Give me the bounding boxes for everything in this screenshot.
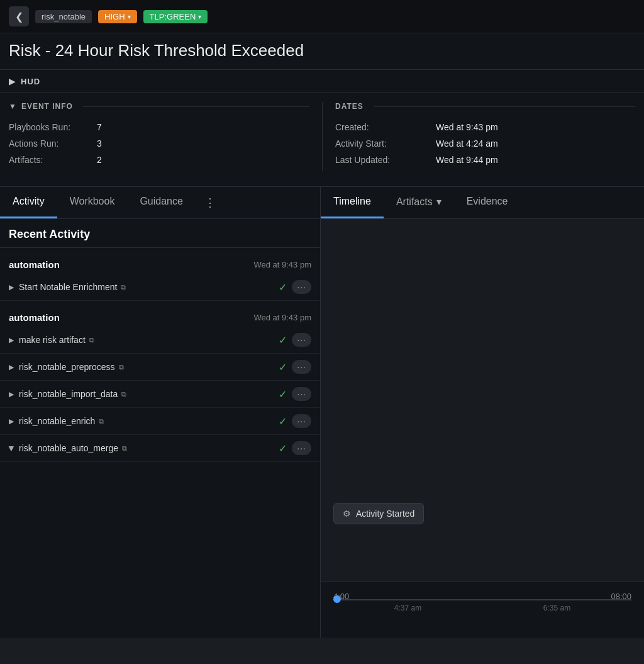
hud-section: ▶ HUD [0, 70, 644, 93]
top-bar: ❮ risk_notable HIGH ▾ TLP:GREEN ▾ [0, 0, 644, 33]
tab-more-button[interactable]: ⋮ [196, 187, 225, 218]
playbooks-value: 7 [97, 122, 102, 132]
tag-tlp-button[interactable]: TLP:GREEN ▾ [143, 10, 208, 23]
last-updated-value: Wed at 9:44 pm [436, 155, 498, 165]
tag-notable: risk_notable [35, 10, 92, 23]
tab-evidence[interactable]: Evidence [454, 187, 521, 218]
tab-workbook[interactable]: Workbook [57, 187, 128, 218]
tab-guidance[interactable]: Guidance [127, 187, 196, 218]
activity-start-row: Activity Start: Wed at 4:24 am [335, 138, 635, 149]
main-content: Recent Activity automation Wed at 9:43 p… [0, 219, 644, 638]
external-link-icon[interactable]: ⧉ [121, 283, 126, 291]
external-link-icon[interactable]: ⧉ [99, 417, 104, 425]
created-row: Created: Wed at 9:43 pm [335, 122, 635, 132]
tab-timeline[interactable]: Timeline [321, 187, 384, 218]
tag-tlp-label: TLP:GREEN [150, 12, 196, 21]
activity-started-label: Activity Started [356, 509, 414, 519]
left-tabs: Activity Workbook Guidance ⋮ [0, 187, 321, 218]
external-link-icon[interactable]: ⧉ [89, 336, 94, 344]
right-panel: ⚙ Activity Started 4:00 08:00 4:37 am 6:… [321, 219, 644, 638]
activity-name: risk_notable_enrich ⧉ [19, 416, 274, 426]
artifacts-row: Artifacts: 2 [9, 155, 309, 165]
playbooks-label: Playbooks Run: [9, 122, 97, 132]
playbooks-row: Playbooks Run: 7 [9, 122, 309, 132]
right-tabs: Timeline Artifacts ▾ Evidence [321, 187, 644, 218]
automation-group-1: automation Wed at 9:43 pm ▶ Start Notabl… [0, 248, 320, 301]
list-item: ▶ Start Notable Enrichment ⧉ ✓ ··· [0, 274, 320, 301]
more-options-button[interactable]: ··· [292, 387, 311, 401]
title-bar: Risk - 24 Hour Risk Threshold Exceeded [0, 33, 644, 70]
more-options-button[interactable]: ··· [292, 360, 311, 374]
dates-title: DATES [335, 102, 364, 111]
activity-name: risk_notable_preprocess ⧉ [19, 362, 274, 372]
event-info-header: ▼ EVENT INFO [9, 102, 309, 113]
last-updated-row: Last Updated: Wed at 9:44 pm [335, 155, 635, 165]
timeline-line [333, 599, 631, 600]
more-options-button[interactable]: ··· [292, 414, 311, 428]
left-panel: Recent Activity automation Wed at 9:43 p… [0, 219, 321, 638]
external-link-icon[interactable]: ⧉ [122, 444, 127, 453]
expand-triangle-icon[interactable]: ▶ [9, 390, 14, 398]
section-divider [374, 106, 635, 107]
tag-high-button[interactable]: HIGH ▾ [98, 10, 137, 23]
chevron-down-icon: ▾ [198, 13, 201, 20]
more-options-button[interactable]: ··· [292, 280, 311, 294]
tab-artifacts[interactable]: Artifacts ▾ [384, 187, 454, 218]
chevron-down-icon: ▾ [436, 196, 441, 208]
activity-name: risk_notable_import_data ⧉ [19, 389, 274, 399]
more-options-button[interactable]: ··· [292, 441, 311, 455]
back-icon: ❮ [15, 11, 23, 23]
info-dates-section: ▼ EVENT INFO Playbooks Run: 7 Actions Ru… [0, 93, 644, 187]
list-item: ▶ make risk artifact ⧉ ✓ ··· [0, 327, 320, 354]
list-item: ▶ risk_notable_enrich ⧉ ✓ ··· [0, 408, 320, 435]
created-value: Wed at 9:43 pm [436, 122, 498, 132]
dates-header: DATES [335, 102, 635, 113]
timeline-area: ⚙ Activity Started [321, 219, 644, 581]
check-icon: ✓ [279, 415, 287, 427]
collapse-icon[interactable]: ▼ [9, 102, 16, 111]
timeline-axis [321, 582, 644, 588]
last-updated-label: Last Updated: [335, 155, 436, 165]
external-link-icon[interactable]: ⧉ [121, 390, 126, 398]
check-icon: ✓ [279, 388, 287, 400]
activity-started-tooltip: ⚙ Activity Started [333, 503, 424, 524]
event-info-col: ▼ EVENT INFO Playbooks Run: 7 Actions Ru… [9, 102, 322, 171]
artifacts-value: 2 [97, 155, 102, 165]
tabs-container: Activity Workbook Guidance ⋮ Timeline Ar… [0, 187, 644, 219]
automation-header-1: automation Wed at 9:43 pm [0, 248, 320, 274]
timeline-bottom: 4:00 08:00 4:37 am 6:35 am [321, 581, 644, 638]
tab-activity[interactable]: Activity [0, 187, 57, 218]
expand-triangle-icon[interactable]: ▶ [9, 363, 14, 371]
more-options-button[interactable]: ··· [292, 333, 311, 347]
expand-triangle-icon[interactable]: ▶ [9, 417, 14, 425]
expand-triangle-icon[interactable]: ▶ [9, 283, 14, 291]
list-item: ▶ risk_notable_preprocess ⧉ ✓ ··· [0, 354, 320, 381]
check-icon: ✓ [279, 442, 287, 454]
activity-start-label: Activity Start: [335, 138, 436, 149]
activity-name: Start Notable Enrichment ⧉ [19, 282, 274, 292]
list-item: ▶ risk_notable_auto_merge ⧉ ✓ ··· [0, 435, 320, 462]
expand-icon[interactable]: ▶ [9, 76, 16, 86]
timeline-sublabel-1: 4:37 am [394, 604, 421, 612]
page-title: Risk - 24 Hour Risk Threshold Exceeded [9, 41, 635, 60]
dates-col: DATES Created: Wed at 9:43 pm Activity S… [322, 102, 635, 171]
automation-label-2: automation [9, 312, 60, 323]
expand-triangle-icon[interactable]: ▶ [9, 336, 14, 344]
recent-activity-label: Recent Activity [9, 228, 90, 240]
automation-group-2: automation Wed at 9:43 pm ▶ make risk ar… [0, 301, 320, 462]
actions-row: Actions Run: 3 [9, 138, 309, 149]
timeline-dot [333, 595, 341, 603]
check-icon: ✓ [279, 334, 287, 346]
list-item: ▶ risk_notable_import_data ⧉ ✓ ··· [0, 381, 320, 408]
external-link-icon[interactable]: ⧉ [119, 363, 124, 371]
event-info-title: EVENT INFO [21, 102, 73, 111]
back-button[interactable]: ❮ [9, 6, 29, 26]
activity-start-value: Wed at 4:24 am [436, 138, 498, 149]
expand-triangle-icon[interactable]: ▶ [8, 446, 16, 451]
activity-name: make risk artifact ⧉ [19, 335, 274, 345]
actions-label: Actions Run: [9, 138, 97, 149]
section-divider [83, 106, 309, 107]
created-label: Created: [335, 122, 436, 132]
artifacts-label: Artifacts: [9, 155, 97, 165]
check-icon: ✓ [279, 281, 287, 293]
